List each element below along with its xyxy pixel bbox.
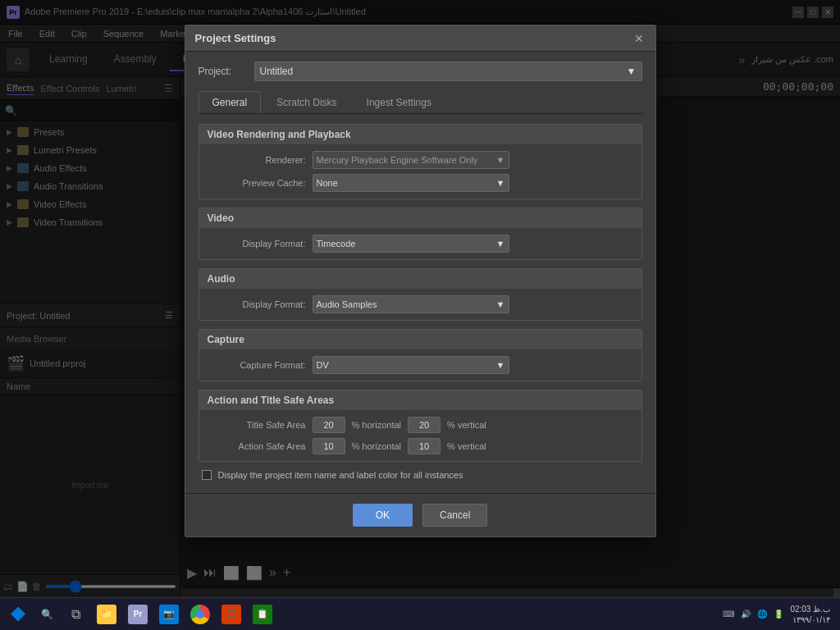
title-safe-h-unit: % horizontal [352,420,402,430]
capture-body: Capture Format: DV ▼ [199,349,641,381]
dialog-body: Project: Untitled ▼ General Scratch Disk… [185,52,655,490]
taskbar-task-view[interactable]: ⧉ [61,600,90,629]
renderer-select[interactable]: Mercury Playback Engine Software Only ▼ [313,151,509,169]
title-safe-row: Title Safe Area 20 % horizontal 20 % ver… [208,417,633,433]
capture-format-value: DV [317,360,329,370]
video-display-format-row: Display Format: Timecode ▼ [208,235,633,253]
preview-cache-label: Preview Cache: [208,178,306,188]
capture-header: Capture [199,330,641,349]
preview-cache-row: Preview Cache: None ▼ [208,174,633,192]
dialog-title: Project Settings [195,32,276,44]
app2-icon: 📷 [159,605,179,624]
date-value: ۱۳۹۹/۰۱/۱۴ [790,614,830,625]
title-safe-label: Title Safe Area [208,420,306,430]
display-label-checkbox[interactable] [202,470,212,480]
tab-general[interactable]: General [199,91,262,113]
action-safe-label: Action Safe Area [208,441,306,451]
time-value: 02:03 ب.ظ [790,604,830,614]
keyboard-icon: ⌨ [723,609,734,619]
capture-format-select[interactable]: DV ▼ [313,356,509,374]
search-icon: 🔍 [41,609,53,620]
preview-cache-value: None [317,178,338,188]
dialog-footer: OK Cancel [185,493,655,536]
taskbar-search[interactable]: 🔍 [34,602,59,627]
app4-icon: 🎵 [221,605,241,624]
safe-areas-section: Action and Title Safe Areas Title Safe A… [199,390,642,462]
taskbar-app5[interactable]: 📋 [248,600,277,629]
audio-body: Display Format: Audio Samples ▼ [199,289,641,320]
dialog-overlay: Project Settings ✕ Project: Untitled ▼ G… [0,0,840,630]
safe-areas-body: Title Safe Area 20 % horizontal 20 % ver… [199,410,641,461]
audio-header: Audio [199,269,641,289]
task-view-icon: ⧉ [71,607,80,622]
title-safe-h-input[interactable]: 20 [313,417,345,433]
capture-format-label: Capture Format: [208,360,306,370]
project-dropdown[interactable]: Untitled ▼ [254,62,642,81]
video-display-format-select[interactable]: Timecode ▼ [313,235,509,253]
action-safe-v-input[interactable]: 10 [408,438,441,454]
video-display-format-label: Display Format: [208,239,306,249]
video-format-arrow: ▼ [496,239,505,249]
renderer-row: Renderer: Mercury Playback Engine Softwa… [208,151,633,169]
preview-cache-arrow: ▼ [496,178,505,188]
audio-display-format-row: Display Format: Audio Samples ▼ [208,295,633,313]
action-safe-v-unit: % vertical [447,441,486,451]
display-label-text: Display the project item name and label … [218,470,463,480]
taskbar-premiere[interactable]: Pr [123,600,153,629]
audio-display-format-select[interactable]: Audio Samples ▼ [313,295,509,313]
dropdown-arrow: ▼ [627,66,637,77]
tab-scratch-disks[interactable]: Scratch Disks [262,91,350,113]
title-safe-v-unit: % vertical [447,420,486,430]
display-label-checkbox-row: Display the project item name and label … [199,470,642,480]
taskbar-file-explorer[interactable]: 📁 [92,600,121,629]
video-rendering-section: Video Rendering and Playback Renderer: M… [199,124,642,199]
audio-display-format-value: Audio Samples [317,299,377,309]
battery-icon: 🔋 [774,609,783,619]
video-body: Display Format: Timecode ▼ [199,228,641,259]
taskbar-app2[interactable]: 📷 [154,600,184,629]
video-display-format-value: Timecode [317,239,356,249]
taskbar-chrome[interactable] [185,600,215,629]
action-safe-h-input[interactable]: 10 [313,438,345,454]
action-safe-row: Action Safe Area 10 % horizontal 10 % ve… [208,438,633,454]
safe-areas-header: Action and Title Safe Areas [199,390,641,410]
video-rendering-body: Renderer: Mercury Playback Engine Softwa… [199,144,641,199]
capture-format-arrow: ▼ [496,360,505,370]
taskbar: 🔍 ⧉ 📁 Pr 📷 🎵 📋 ⌨ 🔊 🌐 🔋 02:03 ب.ظ ۱۳۹۹/۰۱… [0,597,840,630]
premiere-icon: Pr [128,605,148,624]
project-row: Project: Untitled ▼ [199,62,642,81]
explorer-icon: 📁 [97,605,116,624]
project-field-label: Project: [199,66,248,77]
windows-logo [11,607,25,622]
time-display[interactable]: 02:03 ب.ظ ۱۳۹۹/۰۱/۱۴ [790,604,830,625]
network-icon[interactable]: 🌐 [757,609,767,619]
ok-button[interactable]: OK [353,504,413,527]
preview-cache-select[interactable]: None ▼ [313,174,509,192]
start-button[interactable] [3,600,33,629]
video-section: Video Display Format: Timecode ▼ [199,208,642,260]
audio-section: Audio Display Format: Audio Samples ▼ [199,268,642,321]
project-value: Untitled [260,66,294,77]
tab-ingest-settings[interactable]: Ingest Settings [353,91,445,113]
capture-section: Capture Capture Format: DV ▼ [199,329,642,381]
video-rendering-header: Video Rendering and Playback [199,125,641,144]
chrome-icon [190,605,210,624]
taskbar-app4[interactable]: 🎵 [217,600,246,629]
audio-display-format-label: Display Format: [208,299,306,309]
capture-format-row: Capture Format: DV ▼ [208,356,633,374]
project-settings-dialog: Project Settings ✕ Project: Untitled ▼ G… [185,25,656,537]
video-header: Video [199,208,641,228]
audio-format-arrow: ▼ [496,299,505,309]
dialog-close-button[interactable]: ✕ [632,32,646,45]
app5-icon: 📋 [253,605,272,624]
dialog-titlebar: Project Settings ✕ [185,25,655,52]
dialog-tabs: General Scratch Disks Ingest Settings [199,91,642,114]
renderer-value: Mercury Playback Engine Software Only [317,155,478,165]
title-safe-v-input[interactable]: 20 [408,417,441,433]
renderer-arrow: ▼ [496,155,505,165]
cancel-button[interactable]: Cancel [422,504,487,527]
renderer-label: Renderer: [208,155,306,165]
speaker-icon[interactable]: 🔊 [741,609,751,619]
action-safe-h-unit: % horizontal [352,441,402,451]
taskbar-right: ⌨ 🔊 🌐 🔋 02:03 ب.ظ ۱۳۹۹/۰۱/۱۴ [723,604,837,625]
